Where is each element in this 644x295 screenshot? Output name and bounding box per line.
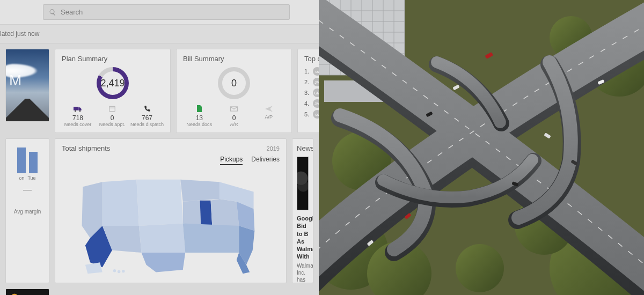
days-image xyxy=(6,289,49,295)
bill-summary-card[interactable]: Bill Summary 0 13 Needs docs 0 A xyxy=(176,49,292,133)
news-item-1-heading[interactable]: Google's Bid to B As Walmart With xyxy=(297,215,309,261)
top-customers-card[interactable]: Top customers 1.cc0005000.0 2.JM0026714 … xyxy=(297,49,319,133)
bill-stat-2-label: A/P xyxy=(252,114,285,120)
bill-stat-ar[interactable]: 0 A/R xyxy=(218,105,251,127)
side-bars-card[interactable]: on Tue — Avg margin xyxy=(5,138,49,283)
customer-badge-icon: GM xyxy=(313,88,319,97)
customer-badge-icon: JM xyxy=(313,78,319,86)
search-icon xyxy=(49,9,56,16)
updated-status: lated just now xyxy=(0,25,319,43)
search-placeholder: Search xyxy=(61,8,83,16)
bar-label: Tue xyxy=(27,175,35,181)
total-shipments-card[interactable]: Total shipments 2019 Pickups Deliveries xyxy=(55,138,287,283)
top-customer-row[interactable]: 5.cc0007539 S xyxy=(304,110,319,119)
top-customer-row[interactable]: 4.JM0004944 N xyxy=(304,99,319,108)
us-map[interactable] xyxy=(62,167,280,275)
svg-rect-3 xyxy=(109,106,115,111)
newsroom-title: Newsroom xyxy=(297,144,309,152)
plan-stat-needs-cover[interactable]: 718 Needs cover xyxy=(62,105,94,127)
doc-icon xyxy=(196,105,202,113)
bill-stat-0-value: 13 xyxy=(183,114,216,122)
bill-donut: 0 xyxy=(218,67,250,99)
tab-deliveries[interactable]: Deliveries xyxy=(251,156,280,165)
plan-stat-1-value: 0 xyxy=(96,114,128,122)
top-customer-row[interactable]: 1.cc0005000.0 xyxy=(304,67,319,76)
news-item-1-body: Walmart Inc. has qu Google's marquee e i… xyxy=(297,262,309,283)
side-dash: — xyxy=(8,185,47,195)
bill-stat-0-label: Needs docs xyxy=(183,122,216,127)
plan-stat-needs-dispatch[interactable]: 767 Needs dispatch xyxy=(130,105,164,127)
tab-pickups[interactable]: Pickups xyxy=(220,156,243,165)
customer-badge-icon: cc xyxy=(313,67,319,76)
total-shipments-year: 2019 xyxy=(267,145,280,152)
svg-rect-0 xyxy=(74,107,78,110)
hero-card[interactable]: M xyxy=(5,49,49,122)
plan-donut: 2,419 xyxy=(97,67,129,99)
bill-stat-needs-docs[interactable]: 13 Needs docs xyxy=(183,105,216,127)
svg-point-8 xyxy=(122,270,125,272)
newsroom-image xyxy=(297,157,309,210)
top-customer-row[interactable]: 2.JM0026714 N xyxy=(304,78,319,86)
plan-stat-1-label: Needs appt. xyxy=(96,122,128,127)
plan-donut-value: 2,419 xyxy=(100,78,125,89)
bill-stat-1-value: 0 xyxy=(218,114,251,122)
bill-stat-ap[interactable]: A/P xyxy=(252,105,285,127)
top-customer-row[interactable]: 3.GM0015899 I xyxy=(304,88,319,97)
svg-point-17 xyxy=(456,244,504,292)
bill-donut-value: 0 xyxy=(231,78,237,89)
bill-summary-title: Bill Summary xyxy=(183,55,285,63)
plan-stat-0-label: Needs cover xyxy=(62,122,94,127)
hero-letters: M xyxy=(9,72,23,89)
search-bar-area: Search xyxy=(0,0,319,25)
bill-stat-1-label: A/R xyxy=(218,122,251,127)
customer-badge-icon: JM xyxy=(313,99,319,108)
customer-badge-icon: cc xyxy=(313,110,319,119)
svg-point-2 xyxy=(79,110,81,112)
search-input[interactable]: Search xyxy=(43,4,290,20)
side-bars-chart xyxy=(8,143,47,173)
svg-point-1 xyxy=(75,110,76,112)
phone-icon xyxy=(143,105,151,113)
plan-stat-2-label: Needs dispatch xyxy=(130,122,164,127)
bar-label: on xyxy=(19,175,24,181)
plan-stat-needs-appt[interactable]: 0 Needs appt. xyxy=(96,105,128,127)
days-card[interactable]: 0 days xyxy=(5,289,49,295)
plan-summary-title: Plan Summary xyxy=(62,55,164,63)
truck-icon xyxy=(74,106,82,112)
plan-stat-2-value: 767 xyxy=(130,114,164,122)
send-icon xyxy=(265,106,273,112)
plan-summary-card[interactable]: Plan Summary 2,419 718 Needs cover 0 xyxy=(55,49,171,133)
calendar-icon xyxy=(108,105,116,113)
avg-margin-label: Avg margin xyxy=(8,209,47,215)
top-customers-title: Top customers xyxy=(304,55,319,63)
mail-icon xyxy=(230,106,238,112)
svg-point-7 xyxy=(118,270,120,273)
plan-stat-0-value: 718 xyxy=(62,114,94,122)
svg-point-6 xyxy=(113,269,116,272)
aerial-highway-image xyxy=(319,0,644,295)
newsroom-card[interactable]: Newsroom Google's Bid to B As Walmart Wi… xyxy=(292,138,313,283)
bar xyxy=(17,148,26,173)
total-shipments-title: Total shipments xyxy=(62,144,110,152)
updated-status-text: lated just now xyxy=(0,30,39,38)
bar xyxy=(29,152,38,173)
